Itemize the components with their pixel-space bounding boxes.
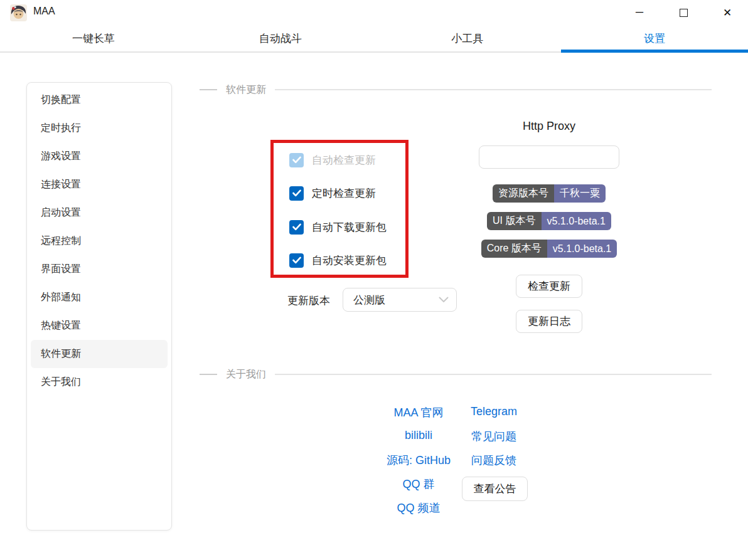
badge-value: 千秋一粟 [554,184,606,203]
badge-key: UI 版本号 [487,212,541,230]
sidebar-item-hotkeys[interactable]: 热键设置 [31,312,168,340]
sidebar-item-connection[interactable]: 连接设置 [31,171,168,199]
section-header-software-update: 软件更新 [200,84,712,95]
minimize-icon: ─ [636,6,643,19]
tab-auto-battle[interactable]: 自动战斗 [187,25,374,51]
sidebar-item-switch-config[interactable]: 切换配置 [31,86,168,114]
badge-key: 资源版本号 [493,184,554,203]
title-bar: MAA ─ ✕ [0,0,748,25]
section-dash [200,89,217,90]
sidebar-item-startup[interactable]: 启动设置 [31,199,168,227]
checkbox-row-auto-download: 自动下载更新包 [289,219,387,235]
sidebar-item-game-settings[interactable]: 游戏设置 [31,142,168,171]
update-channel-value: 公测版 [353,293,439,307]
section-dash [200,374,217,375]
link-feedback[interactable]: 问题反馈 [471,453,516,468]
main-tab-bar: 一键长草 自动战斗 小工具 设置 [0,25,748,53]
maximize-icon [680,9,688,17]
update-channel-select[interactable]: 公测版 [343,288,457,312]
sidebar-item-software-update[interactable]: 软件更新 [31,340,168,368]
check-icon [292,223,301,231]
checkbox-row-auto-install: 自动安装更新包 [289,252,387,268]
section-header-about-us: 关于我们 [200,369,712,380]
settings-sidebar: 切换配置 定时执行 游戏设置 连接设置 启动设置 远程控制 界面设置 外部通知 … [26,82,172,531]
tab-tools[interactable]: 小工具 [374,25,561,51]
section-title: 关于我们 [226,368,266,381]
checkbox-auto-check-update[interactable] [289,153,304,167]
checkbox-label: 定时检查更新 [312,186,376,201]
minimize-button[interactable]: ─ [625,0,654,25]
close-icon: ✕ [723,6,732,19]
checkbox-row-auto-check-update: 自动检查更新 [289,152,376,168]
check-update-button[interactable]: 检查更新 [516,275,582,298]
checkbox-label: 自动安装更新包 [312,253,387,268]
badge-key: Core 版本号 [481,240,547,258]
version-badges: 资源版本号 千秋一粟 UI 版本号 v5.1.0-beta.1 Core 版本号… [461,184,637,258]
active-tab-indicator [561,50,748,53]
view-announcement-button[interactable]: 查看公告 [462,477,528,501]
checkbox-auto-install[interactable] [289,253,304,268]
tab-farming[interactable]: 一键长草 [0,25,187,51]
sidebar-item-about-us[interactable]: 关于我们 [31,368,168,396]
section-line [275,374,712,375]
window-title: MAA [33,6,55,17]
link-bilibili[interactable]: bilibili [405,429,432,442]
link-maa-website[interactable]: MAA 官网 [393,405,443,420]
sidebar-item-notifications[interactable]: 外部通知 [31,283,168,312]
sidebar-item-ui-settings[interactable]: 界面设置 [31,255,168,283]
tab-settings[interactable]: 设置 [561,25,748,51]
changelog-button[interactable]: 更新日志 [516,310,582,333]
sidebar-item-scheduled-run[interactable]: 定时执行 [31,114,168,142]
update-channel-label: 更新版本 [287,293,330,308]
sidebar-item-remote-control[interactable]: 远程控制 [31,227,168,255]
section-line [275,89,712,90]
link-telegram[interactable]: Telegram [471,405,517,418]
link-faq[interactable]: 常见问题 [471,429,516,444]
checkbox-auto-download[interactable] [289,220,304,235]
ui-version-badge: UI 版本号 v5.1.0-beta.1 [487,212,611,230]
link-qq-channel[interactable]: QQ 频道 [397,500,440,515]
check-icon [292,256,301,264]
link-github[interactable]: 源码: GitHub [387,453,451,468]
http-proxy-input[interactable] [479,145,619,169]
link-qq-group[interactable]: QQ 群 [402,477,434,492]
checkbox-label: 自动下载更新包 [312,220,387,235]
checkbox-label: 自动检查更新 [312,153,376,167]
core-version-badge: Core 版本号 v5.1.0-beta.1 [481,240,617,258]
http-proxy-label: Http Proxy [479,120,619,133]
section-title: 软件更新 [226,83,266,97]
checkbox-row-scheduled-check: 定时检查更新 [289,185,376,201]
tab-settings-label: 设置 [644,31,665,46]
badge-value: v5.1.0-beta.1 [542,212,611,230]
checkbox-scheduled-check[interactable] [289,186,304,201]
app-icon [10,4,27,21]
badge-value: v5.1.0-beta.1 [547,240,617,258]
check-icon [292,156,301,164]
maximize-button[interactable] [669,0,698,25]
resource-version-badge: 资源版本号 千秋一粟 [493,184,606,203]
close-button[interactable]: ✕ [713,0,742,25]
check-icon [292,189,301,197]
chevron-down-icon [439,297,449,303]
